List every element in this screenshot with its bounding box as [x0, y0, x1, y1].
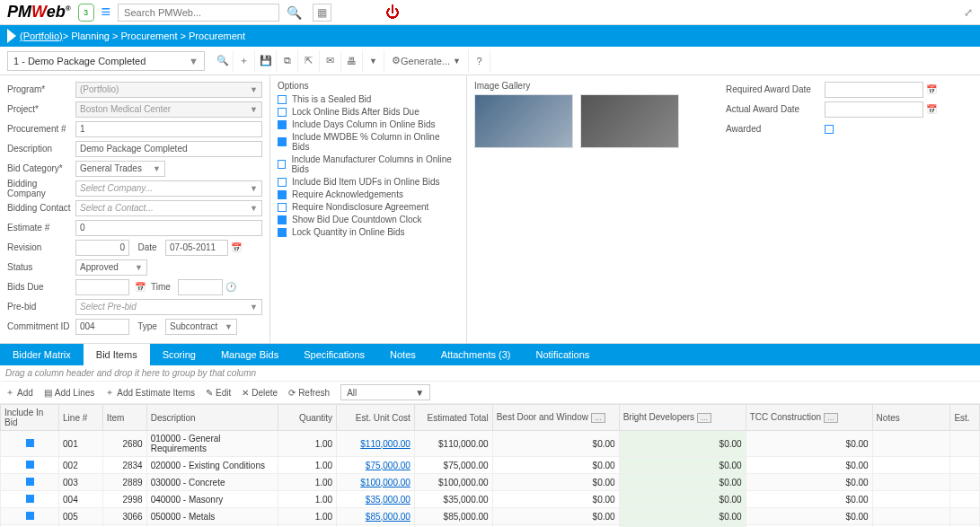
gallery-thumb[interactable] [580, 94, 679, 148]
include-checkbox[interactable] [26, 439, 34, 447]
print-caret-icon[interactable]: ▼ [363, 50, 384, 72]
procnum-input[interactable]: 1 [75, 121, 262, 137]
option-row[interactable]: Lock Quantity in Online Bids [278, 227, 459, 237]
col-bid3[interactable]: TCC Construction… [746, 405, 872, 431]
col-est[interactable]: Estimated Total [414, 405, 492, 431]
tab-notes[interactable]: Notes [377, 344, 428, 365]
option-row[interactable]: This is a Sealed Bid [278, 94, 459, 104]
checkbox-icon[interactable] [278, 120, 287, 129]
add-lines-button[interactable]: ▤ Add Lines [44, 388, 94, 398]
clock-icon[interactable]: 🕐 [225, 282, 236, 292]
new-record-icon[interactable]: ＋ [234, 50, 255, 72]
col-qty[interactable]: Quantity [278, 405, 337, 431]
refresh-button[interactable]: ⟳ Refresh [288, 388, 330, 398]
expand-icon[interactable]: ⤢ [964, 6, 973, 19]
power-icon[interactable]: ⏻ [385, 4, 400, 21]
add-estimate-button[interactable]: ＋Add Estimate Items [105, 386, 195, 399]
desc-input[interactable]: Demo Package Completed [75, 141, 262, 157]
bidsdue-input[interactable] [75, 279, 129, 295]
checkbox-icon[interactable] [278, 228, 287, 237]
unit-cost-link[interactable]: $100,000.00 [360, 478, 411, 487]
type-select[interactable]: Subcontract▼ [165, 319, 237, 335]
status-select[interactable]: Approved▼ [75, 259, 147, 276]
unit-cost-link[interactable]: $35,000.00 [366, 495, 411, 505]
bidcomp-select[interactable]: Select Company...▼ [75, 180, 262, 197]
hamburger-icon[interactable]: ≡ [102, 3, 111, 22]
checkbox-icon[interactable] [278, 108, 287, 117]
checkbox-icon[interactable] [278, 190, 287, 199]
option-row[interactable]: Show Bid Due Countdown Clock [278, 215, 459, 224]
include-checkbox[interactable] [26, 461, 34, 469]
col-bid2[interactable]: Bright Developers… [619, 405, 746, 431]
save-icon[interactable]: 💾 [255, 50, 277, 72]
checkbox-icon[interactable] [278, 160, 286, 169]
table-row[interactable]: 0042998040000 - Masonry1.00$35,000.00$35… [1, 491, 980, 508]
program-select[interactable]: (Portfolio)▼ [75, 82, 262, 98]
delete-button[interactable]: ✕ Delete [242, 388, 278, 398]
col-est2[interactable]: Est. [950, 405, 980, 431]
checkbox-icon[interactable] [278, 215, 287, 224]
record-selector[interactable]: 1 - Demo Package Completed▼ [7, 51, 205, 71]
table-row[interactable]: 0053066050000 - Metals1.00$85,000.00$85,… [1, 508, 980, 525]
unit-cost-link[interactable]: $85,000.00 [366, 512, 411, 522]
calendar-icon[interactable]: 📅 [926, 84, 937, 94]
option-row[interactable]: Include Days Column in Online Bids [278, 119, 459, 129]
option-row[interactable]: Include Bid Item UDFs in Online Bids [278, 177, 459, 187]
awarded-checkbox[interactable] [825, 125, 834, 134]
table-row[interactable]: 0032889030000 - Concrete1.00$100,000.00$… [1, 474, 980, 491]
bidcat-select[interactable]: General Trades▼ [75, 161, 165, 177]
tab-bid-items[interactable]: Bid Items [84, 344, 150, 365]
search-record-icon[interactable]: 🔍 [212, 50, 234, 72]
export-icon[interactable]: ⇱ [298, 50, 320, 72]
tab-scoring[interactable]: Scoring [150, 344, 208, 365]
calendar-icon[interactable]: 📅 [926, 104, 937, 114]
copy-icon[interactable]: ⧉ [277, 50, 298, 72]
rev-input[interactable]: 0 [75, 240, 129, 256]
option-row[interactable]: Include Manufacturer Columns in Online B… [278, 154, 459, 174]
tab-bidder-matrix[interactable]: Bidder Matrix [0, 344, 84, 365]
option-row[interactable]: Lock Online Bids After Bids Due [278, 107, 459, 117]
apps-icon[interactable]: ▦ [313, 4, 331, 22]
table-row[interactable]: 0022834020000 - Existing Conditions1.00$… [1, 457, 980, 474]
email-icon[interactable]: ✉ [320, 50, 341, 72]
checkbox-icon[interactable] [278, 95, 287, 104]
help-icon[interactable]: ? [469, 50, 490, 72]
print-icon[interactable]: 🖶 [341, 50, 363, 72]
calendar-icon[interactable]: 📅 [231, 242, 242, 252]
act-award-input[interactable] [825, 101, 923, 118]
filter-select[interactable]: All▼ [340, 384, 430, 400]
include-checkbox[interactable] [26, 512, 34, 520]
include-checkbox[interactable] [26, 495, 34, 503]
col-include[interactable]: Include In Bid [1, 405, 59, 431]
col-unit[interactable]: Est. Unit Cost [337, 405, 415, 431]
checkbox-icon[interactable] [278, 203, 287, 212]
col-item[interactable]: Item [102, 405, 146, 431]
commit-input[interactable]: 004 [75, 319, 129, 335]
col-desc[interactable]: Description [146, 405, 278, 431]
shield-badge[interactable]: 3 [78, 4, 94, 22]
date-input[interactable]: 07-05-2011 [165, 240, 228, 256]
search-icon[interactable]: 🔍 [287, 5, 302, 20]
gallery-thumb[interactable] [474, 94, 573, 148]
project-select[interactable]: Boston Medical Center▼ [75, 101, 262, 118]
time-input[interactable] [178, 279, 223, 295]
tab-manage-bids[interactable]: Manage Bids [208, 344, 291, 365]
edit-button[interactable]: ✎ Edit [206, 388, 231, 398]
req-award-input[interactable] [825, 82, 923, 98]
prebid-select[interactable]: Select Pre-bid▼ [75, 299, 262, 315]
col-notes[interactable]: Notes [872, 405, 950, 431]
unit-cost-link[interactable]: $75,000.00 [366, 461, 411, 470]
checkbox-icon[interactable] [278, 178, 287, 187]
table-row[interactable]: 0012680010000 - General Requirements1.00… [1, 431, 980, 457]
unit-cost-link[interactable]: $110,000.00 [360, 439, 411, 449]
tab-specifications[interactable]: Specifications [291, 344, 377, 365]
option-row[interactable]: Require Acknowledgements [278, 189, 459, 199]
breadcrumb-portfolio[interactable]: (Portfolio) [20, 31, 63, 41]
include-checkbox[interactable] [26, 478, 34, 486]
add-button[interactable]: ＋Add [5, 386, 33, 399]
search-input[interactable] [118, 4, 279, 22]
bidcont-select[interactable]: Select a Contact...▼ [75, 200, 262, 216]
tab-attachments-[interactable]: Attachments (3) [428, 344, 524, 365]
option-row[interactable]: Require Nondisclosure Agreement [278, 202, 459, 212]
tab-notifications[interactable]: Notifications [523, 344, 602, 365]
